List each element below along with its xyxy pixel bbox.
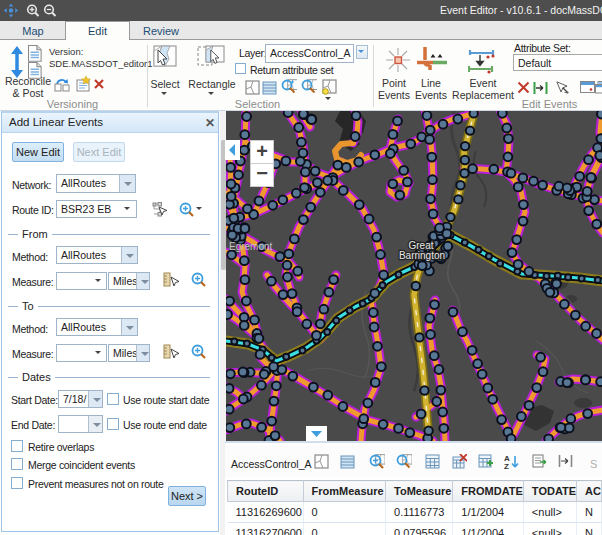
svg-text:Egremont: Egremont — [229, 241, 273, 252]
svg-text:Z: Z — [504, 462, 509, 469]
svg-text:Barrington: Barrington — [399, 250, 445, 261]
